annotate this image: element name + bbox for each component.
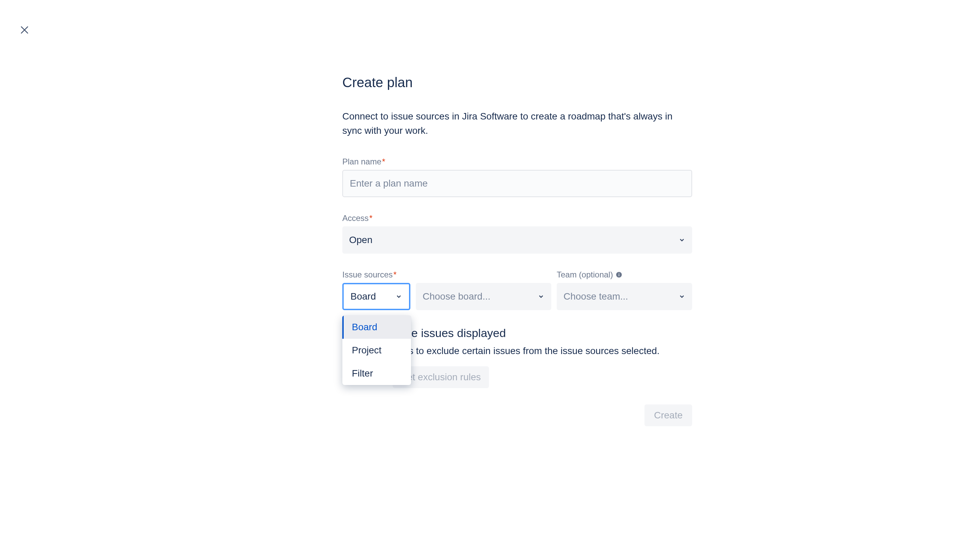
- refine-content: efine issues displayed rules to exclude …: [393, 326, 692, 388]
- svg-point-4: [619, 273, 619, 274]
- required-mark: *: [369, 213, 372, 223]
- team-placeholder: Choose team...: [564, 291, 628, 302]
- dropdown-option-filter[interactable]: Filter: [342, 362, 411, 385]
- chevron-down-icon: [678, 237, 685, 243]
- plan-name-label-text: Plan name: [342, 157, 381, 166]
- issue-sources-label: Issue sources*: [342, 270, 551, 280]
- create-button[interactable]: Create: [645, 404, 692, 426]
- required-mark: *: [393, 270, 396, 279]
- access-value: Open: [349, 235, 373, 245]
- modal-title: Create plan: [342, 75, 692, 90]
- required-mark: *: [382, 157, 385, 166]
- dropdown-option-board[interactable]: Board: [342, 316, 411, 339]
- modal-description: Connect to issue sources in Jira Softwar…: [342, 109, 692, 138]
- board-placeholder: Choose board...: [422, 291, 490, 302]
- chevron-down-icon: [678, 293, 685, 300]
- chevron-down-icon: [395, 293, 402, 300]
- info-icon[interactable]: [615, 271, 622, 278]
- chevron-down-icon: [538, 293, 544, 300]
- refine-description: rules to exclude certain issues from the…: [393, 344, 692, 358]
- team-label-text: Team (optional): [557, 270, 613, 280]
- team-column: Team (optional) Choose team...: [557, 270, 692, 310]
- access-group: Access* Open: [342, 213, 692, 254]
- access-label-text: Access: [342, 213, 368, 223]
- access-select[interactable]: Open: [342, 227, 692, 254]
- svg-rect-3: [619, 274, 620, 276]
- access-label: Access*: [342, 213, 692, 223]
- refine-title: efine issues displayed: [393, 326, 692, 340]
- board-select[interactable]: Choose board...: [416, 283, 551, 310]
- dropdown-option-project[interactable]: Project: [342, 339, 411, 362]
- sources-select-row: Board Board Project Filter Choose board.…: [342, 283, 551, 310]
- plan-name-label: Plan name*: [342, 157, 692, 167]
- plan-name-input[interactable]: [342, 170, 692, 197]
- close-button[interactable]: [18, 23, 31, 37]
- source-type-select-wrapper: Board Board Project Filter: [342, 283, 410, 310]
- board-select-wrapper: Choose board...: [416, 283, 551, 310]
- source-type-select[interactable]: Board: [342, 283, 410, 310]
- team-select[interactable]: Choose team...: [557, 283, 692, 310]
- source-type-value: Board: [350, 291, 376, 302]
- issue-sources-row: Issue sources* Board Board Project Filte…: [342, 270, 692, 310]
- source-type-dropdown: Board Project Filter: [342, 316, 411, 385]
- create-plan-modal: Create plan Connect to issue sources in …: [342, 75, 692, 426]
- plan-name-group: Plan name*: [342, 157, 692, 197]
- issue-sources-label-text: Issue sources: [342, 270, 393, 279]
- team-label: Team (optional): [557, 270, 692, 280]
- issue-sources-column: Issue sources* Board Board Project Filte…: [342, 270, 551, 310]
- create-button-row: Create: [342, 404, 692, 426]
- close-icon: [19, 25, 30, 35]
